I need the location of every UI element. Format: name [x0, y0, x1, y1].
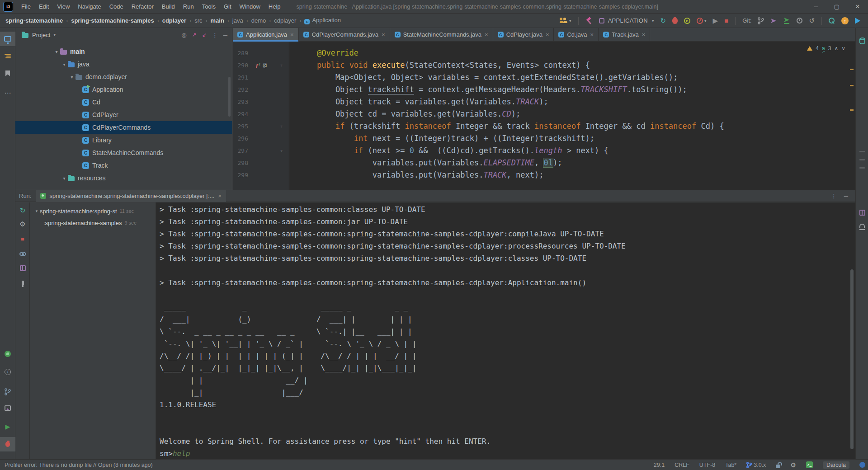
chevron-down-icon[interactable]: ▾ — [61, 176, 68, 181]
minimize-window-icon[interactable]: ─ — [806, 0, 826, 13]
line-separator[interactable]: CRLF — [675, 462, 689, 468]
rerun-task-button[interactable]: ↻ — [15, 204, 30, 217]
run-tree-node[interactable]: ▾spring-statemachine:spring-st11 sec — [30, 205, 156, 217]
close-icon[interactable]: × — [642, 31, 646, 38]
tree-item-main[interactable]: ▾main — [15, 45, 232, 58]
tree-item-java[interactable]: ▾java — [15, 58, 232, 70]
menu-item-build[interactable]: Build — [158, 0, 179, 13]
close-window-icon[interactable]: ✕ — [847, 0, 868, 13]
menu-item-run[interactable]: Run — [179, 0, 198, 13]
fold-marker-icon[interactable]: ▿ — [274, 59, 289, 71]
rollback-button[interactable]: ↺ — [809, 17, 815, 24]
inspections-widget[interactable]: 4 a 3 ∧ ∨ — [807, 45, 845, 52]
panel-options-icon[interactable]: ⋮ — [212, 32, 218, 38]
menu-item-git[interactable]: Git — [220, 0, 236, 13]
code-editor[interactable]: 289 @Override290f↑@▿ public void execute… — [233, 42, 855, 190]
editor-tab[interactable]: CStateMachineCommands.java× — [390, 28, 493, 41]
menu-item-edit[interactable]: Edit — [35, 0, 53, 13]
git-branch-widget[interactable]: 3.0.x — [746, 462, 766, 468]
build-button[interactable] — [585, 17, 593, 24]
close-icon[interactable]: × — [382, 31, 385, 38]
tree-item-resources[interactable]: ▾resources — [15, 172, 232, 184]
line-number[interactable]: 295 — [233, 120, 248, 132]
git-commit-button[interactable] — [783, 18, 790, 24]
status-message[interactable]: Profiler error: There is no dump file //… — [5, 462, 153, 468]
chevron-down-icon[interactable]: ▾ — [61, 62, 68, 67]
line-number[interactable]: 297 — [233, 145, 248, 157]
warning-stripe-mark[interactable] — [850, 109, 854, 111]
menu-item-view[interactable]: View — [53, 0, 74, 13]
line-number[interactable]: 291 — [233, 71, 248, 84]
panel-options-icon[interactable]: ⋮ — [831, 193, 837, 199]
tool-window-database-button[interactable] — [856, 33, 868, 48]
annotation-gutter-icon[interactable]: @ — [263, 59, 266, 71]
editor-tab[interactable]: CApplication.java× — [233, 28, 299, 41]
close-icon[interactable]: × — [590, 31, 594, 38]
maximize-window-icon[interactable]: ▢ — [826, 0, 847, 13]
run-console[interactable]: > Task :spring-statemachine-samples-comm… — [156, 202, 855, 459]
local-history-button[interactable] — [797, 18, 802, 24]
warning-stripe-mark[interactable] — [850, 69, 854, 70]
indent-style[interactable]: Tab* — [725, 462, 736, 468]
tree-item-cdplayercommands[interactable]: CCdPlayerCommands — [15, 121, 232, 134]
tree-item-library[interactable]: CLibrary — [15, 134, 232, 146]
breadcrumb-item[interactable]: main — [211, 17, 224, 24]
stop-button[interactable]: ■ — [724, 17, 728, 24]
tool-window-debug-button[interactable] — [0, 437, 15, 451]
tree-item-track[interactable]: CTrack — [15, 159, 232, 172]
tool-window-profiler-button[interactable] — [0, 401, 15, 415]
breadcrumb-item[interactable]: spring-statemachine — [5, 17, 63, 24]
settings-sync-widget[interactable]: ⚙ — [790, 461, 796, 469]
line-number[interactable]: 293 — [233, 96, 248, 108]
tool-window-bookmarks-button[interactable] — [0, 66, 15, 80]
tool-window-structure-button[interactable] — [0, 49, 15, 63]
run-tab[interactable]: spring-statemachine:spring-statemachine-… — [36, 190, 226, 202]
tree-item-cdplayer[interactable]: CCdPlayer — [15, 108, 232, 121]
editor-tab[interactable]: CCdPlayerCommands.java× — [299, 28, 390, 41]
terminal-badge[interactable]: >_ — [806, 461, 813, 468]
editor-tab[interactable]: CCdPlayer.java× — [493, 28, 554, 41]
breadcrumb-item[interactable]: cdplayer — [162, 17, 186, 24]
hide-panel-icon[interactable]: ─ — [844, 193, 848, 199]
search-everywhere-button[interactable] — [829, 18, 835, 24]
memory-indicator[interactable] — [859, 462, 865, 468]
close-icon[interactable]: × — [218, 193, 222, 199]
debug-button[interactable] — [672, 18, 678, 24]
chevron-down-icon[interactable]: ▾ — [33, 209, 40, 213]
lock-widget[interactable] — [776, 462, 780, 468]
code-with-me-button[interactable] — [855, 18, 860, 24]
line-number[interactable]: 299 — [233, 169, 248, 181]
expand-panel-icon[interactable]: ↗ — [192, 32, 197, 38]
git-update-button[interactable] — [770, 18, 777, 24]
ide-update-button[interactable]: ↑ — [841, 17, 849, 24]
project-scrollbar[interactable] — [228, 77, 231, 117]
menu-item-file[interactable]: File — [17, 0, 35, 13]
breadcrumb-item[interactable]: demo — [251, 17, 266, 24]
run-settings-button[interactable]: ⚙ — [15, 218, 30, 230]
editor-tab[interactable]: CCd.java× — [554, 28, 599, 41]
collapse-panel-icon[interactable]: ↙ — [202, 32, 207, 38]
show-output-button[interactable] — [15, 248, 30, 260]
breadcrumb-item[interactable]: spring-statemachine-samples — [71, 17, 154, 24]
caret-position[interactable]: 29:1 — [654, 462, 665, 468]
rerun-button[interactable]: ↻ — [660, 17, 666, 24]
breadcrumb-item[interactable]: cdplayer — [274, 17, 296, 24]
git-branch-icon[interactable] — [758, 17, 764, 24]
warning-stripe-mark[interactable] — [850, 85, 854, 86]
tree-item-cd[interactable]: CCd — [15, 96, 232, 108]
more-tool-windows-button[interactable]: ⋯ — [0, 86, 15, 100]
chevron-down-icon[interactable]: ▾ — [68, 75, 75, 80]
stop-process-button[interactable]: ■ — [15, 232, 30, 245]
editor-tab[interactable]: CTrack.java× — [599, 28, 650, 41]
tool-window-project-button[interactable] — [0, 32, 15, 46]
menu-item-refactor[interactable]: Refactor — [127, 0, 158, 13]
line-number[interactable]: 296 — [233, 132, 248, 145]
hide-panel-icon[interactable]: ─ — [223, 32, 227, 38]
close-icon[interactable]: × — [290, 31, 294, 38]
tree-item-application[interactable]: CApplication — [15, 83, 232, 96]
prev-problem-icon[interactable]: ∧ — [834, 45, 838, 52]
layout-settings-button[interactable] — [15, 262, 30, 274]
menu-item-tools[interactable]: Tools — [198, 0, 220, 13]
run-with-coverage-button[interactable]: ▶ — [684, 18, 690, 24]
line-number[interactable]: 290 — [233, 59, 248, 71]
